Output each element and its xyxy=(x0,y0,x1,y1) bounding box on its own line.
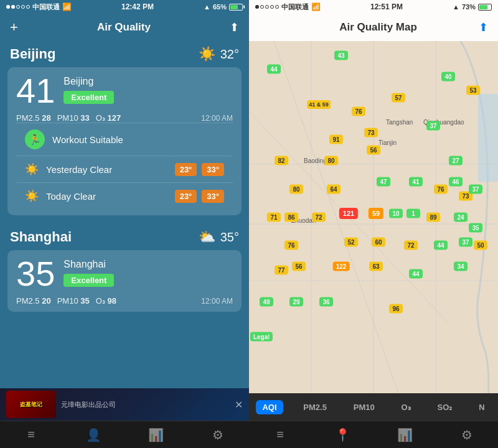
battery-fill xyxy=(230,5,238,9)
filter-so2[interactable]: SO₂ xyxy=(431,400,459,414)
marker-29[interactable]: 29 xyxy=(289,297,303,306)
marker-41-59[interactable]: 41 & 59 xyxy=(307,100,331,109)
yesterday-low-temp: 23° xyxy=(175,163,197,176)
marker-121[interactable]: 121 xyxy=(339,208,358,219)
marker-36[interactable]: 36 xyxy=(319,297,333,306)
shanghai-aqi-badge: Excellent xyxy=(63,274,114,287)
marker-10[interactable]: 10 xyxy=(389,209,403,218)
marker-80a[interactable]: 80 xyxy=(324,156,338,166)
right-nav-settings[interactable]: ⚙ xyxy=(436,427,498,442)
marker-53[interactable]: 53 xyxy=(466,86,480,95)
filter-pm25[interactable]: PM2.5 xyxy=(297,400,333,414)
marker-47[interactable]: 47 xyxy=(377,177,390,187)
add-button[interactable]: + xyxy=(10,19,18,35)
right-signal-dots xyxy=(255,5,279,9)
beijing-o3: O₃ 127 xyxy=(96,113,121,123)
marker-96[interactable]: 96 xyxy=(389,304,403,314)
today-row[interactable]: ☀️ Today Clear 23° 33° xyxy=(16,182,233,209)
marker-52[interactable]: 52 xyxy=(344,237,358,246)
yesterday-high-temp: 33° xyxy=(202,163,224,176)
ad-text: 元璋电影出品公司 xyxy=(61,400,230,409)
marker-89[interactable]: 89 xyxy=(426,213,440,222)
wifi-icon: 📶 xyxy=(62,2,72,11)
beijing-time: 12:00 AM xyxy=(201,114,233,123)
marker-80b[interactable]: 80 xyxy=(289,184,303,194)
marker-56[interactable]: 56 xyxy=(367,146,380,155)
ad-close-button[interactable]: ✕ xyxy=(235,399,243,411)
right-nav-chart[interactable]: 📊 xyxy=(374,427,436,442)
marker-82[interactable]: 82 xyxy=(275,156,288,166)
right-list-icon: ≡ xyxy=(276,427,284,442)
marker-86[interactable]: 86 xyxy=(284,213,298,222)
beijing-temp-row: ☀️ 32° xyxy=(199,46,239,62)
filter-o3[interactable]: O₃ xyxy=(395,400,417,414)
yesterday-sun-icon: ☀️ xyxy=(25,162,39,176)
left-nav-title: Air Quality xyxy=(18,21,230,34)
marker-40[interactable]: 40 xyxy=(441,72,455,81)
marker-24[interactable]: 24 xyxy=(454,213,467,222)
marker-49[interactable]: 49 xyxy=(260,297,273,306)
r-signal-dot-5 xyxy=(275,5,279,9)
marker-27[interactable]: 27 xyxy=(449,156,463,166)
marker-64[interactable]: 64 xyxy=(327,184,341,194)
right-battery-fill xyxy=(479,5,487,9)
marker-44[interactable]: 44 xyxy=(267,65,281,74)
filter-aqi[interactable]: AQI xyxy=(256,400,283,414)
marker-1[interactable]: 1 xyxy=(406,209,420,218)
right-nav-list[interactable]: ≡ xyxy=(249,427,311,442)
marker-59[interactable]: 59 xyxy=(369,208,383,219)
marker-44c[interactable]: 44 xyxy=(409,269,423,278)
marker-122[interactable]: 122 xyxy=(333,262,350,271)
ad-banner[interactable]: 盗墓笔记 元璋电影出品公司 ✕ xyxy=(0,388,249,421)
marker-37c[interactable]: 37 xyxy=(459,237,472,246)
marker-35[interactable]: 35 xyxy=(469,223,482,232)
right-nav-locations[interactable]: 📍 xyxy=(311,427,374,442)
marker-76a[interactable]: 76 xyxy=(352,107,365,116)
beijing-aqi-card[interactable]: 41 Beijing Excellent PM2.5 28 PM10 33 O₃… xyxy=(7,67,242,215)
workout-icon: 🏃 xyxy=(25,129,45,149)
yesterday-row[interactable]: ☀️ Yesterday Clear 23° 33° xyxy=(16,156,233,182)
workout-row[interactable]: 🏃 Workout Suitable xyxy=(16,123,233,156)
marker-76b[interactable]: 76 xyxy=(434,184,448,194)
left-nav-list[interactable]: ≡ xyxy=(0,427,62,442)
marker-57[interactable]: 57 xyxy=(392,93,405,102)
left-nav-chart[interactable]: 📊 xyxy=(125,427,187,442)
marker-91[interactable]: 91 xyxy=(329,135,343,144)
battery-icon xyxy=(229,4,243,11)
beijing-aqi-info: Beijing Excellent xyxy=(63,73,114,104)
left-nav-locations[interactable]: 👤 xyxy=(62,427,125,442)
shanghai-aqi-card[interactable]: 35 Shanghai Excellent PM2.5 20 PM10 35 O… xyxy=(7,250,242,312)
marker-72b[interactable]: 72 xyxy=(404,241,418,250)
marker-72[interactable]: 72 xyxy=(312,213,326,222)
filter-pm10[interactable]: PM10 xyxy=(347,400,381,414)
marker-56[interactable]: 56 xyxy=(292,262,306,271)
share-button[interactable]: ⬆ xyxy=(230,21,239,34)
right-bottom-nav: ≡ 📍 📊 ⚙ xyxy=(249,421,498,448)
map-container[interactable]: Baoding Tianjin Zhuodan Tangshan Qinghua… xyxy=(249,41,498,393)
marker-43[interactable]: 43 xyxy=(334,50,348,60)
scroll-content[interactable]: Beijing ☀️ 32° 41 Beijing Excellent PM2.… xyxy=(0,41,249,448)
right-status-left: 中国联通 📶 xyxy=(255,2,321,12)
locations-icon: 👤 xyxy=(86,427,101,442)
filter-n[interactable]: N xyxy=(472,400,491,414)
left-nav-settings[interactable]: ⚙ xyxy=(187,427,249,442)
marker-37[interactable]: 37 xyxy=(426,121,440,130)
marker-46[interactable]: 46 xyxy=(449,177,463,187)
right-share-button[interactable]: ⬆ xyxy=(479,21,488,34)
marker-71[interactable]: 71 xyxy=(267,213,281,222)
marker-44b[interactable]: 44 xyxy=(434,241,448,250)
marker-63[interactable]: 63 xyxy=(369,262,383,271)
marker-73[interactable]: 73 xyxy=(364,128,378,138)
marker-50[interactable]: 50 xyxy=(474,241,487,250)
marker-37b[interactable]: 37 xyxy=(469,184,482,194)
marker-76c[interactable]: 76 xyxy=(284,241,298,250)
marker-41b[interactable]: 41 xyxy=(409,177,423,187)
right-panel: 中国联通 📶 12:51 PM ▲ 73% Air Quality Map ⬆ xyxy=(249,0,498,448)
marker-60[interactable]: 60 xyxy=(372,237,385,246)
marker-77[interactable]: 77 xyxy=(275,265,288,274)
right-location-icon: 📍 xyxy=(335,427,350,442)
shanghai-header: Shanghai ⛅ 35° xyxy=(0,224,249,248)
marker-34[interactable]: 34 xyxy=(454,262,467,271)
left-bottom-nav: ≡ 👤 📊 ⚙ xyxy=(0,421,249,448)
today-temps: 23° 33° xyxy=(175,190,224,203)
